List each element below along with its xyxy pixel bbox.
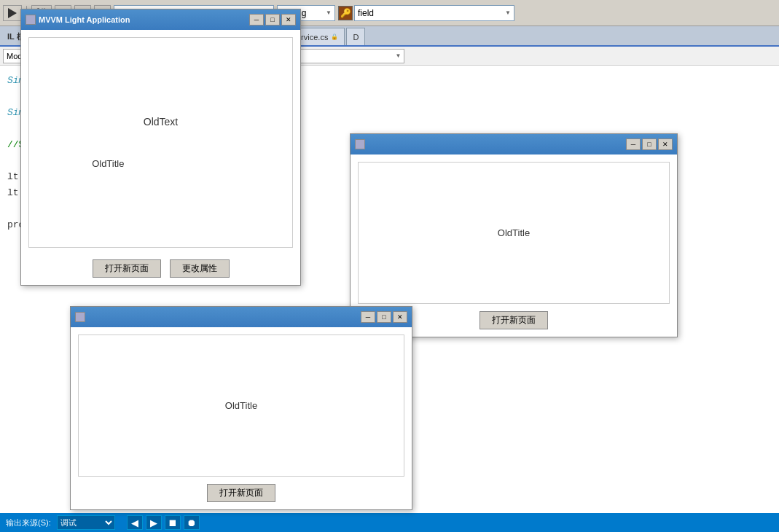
status-record[interactable]: ⏺ (184, 515, 200, 530)
tab-d-label: D (353, 33, 359, 42)
tab-d[interactable]: D (346, 28, 365, 45)
play-button[interactable] (3, 5, 22, 21)
main-window: MVVM Light Application ─ □ ✕ OldText Old… (20, 9, 301, 286)
second-window-inner: OldTitle (358, 162, 670, 304)
main-old-text-area: OldText (144, 116, 178, 128)
third-window-icon (75, 312, 85, 322)
main-window-close[interactable]: ✕ (281, 14, 296, 26)
status-bar: 输出来源(S): 调试 ◀ ▶ ⏹ ⏺ (0, 513, 779, 532)
field-dropdown-arrow: ▼ (505, 9, 511, 16)
main-window-maximize[interactable]: □ (265, 14, 280, 26)
tab-dataservice-lock: 🔒 (331, 34, 338, 40)
third-window-minimize[interactable]: ─ (361, 311, 375, 323)
main-window-minimize[interactable]: ─ (249, 14, 264, 26)
second-window-minimize[interactable]: ─ (626, 138, 641, 150)
second-window-titlebar[interactable]: ─ □ ✕ (351, 134, 677, 154)
field-icon: 🔑 (338, 6, 353, 20)
main-old-title: OldTitle (92, 158, 124, 169)
status-stop[interactable]: ⏹ (165, 515, 181, 530)
third-window-controls: ─ □ ✕ (361, 311, 407, 323)
third-window-body: OldTitle 打开新页面 (71, 327, 412, 509)
second-window-controls: ─ □ ✕ (626, 138, 673, 150)
status-source-select[interactable]: 调试 (57, 515, 115, 530)
status-source-label: 输出来源(S): (6, 517, 51, 528)
third-window: ─ □ ✕ OldTitle 打开新页面 (70, 306, 412, 510)
third-window-maximize[interactable]: □ (377, 311, 391, 323)
main-window-body: OldText OldTitle 打开新页面 更改属性 (21, 30, 300, 285)
status-nav-next[interactable]: ▶ (146, 515, 162, 530)
second-window-close[interactable]: ✕ (658, 138, 673, 150)
main-window-inner: OldText OldTitle (28, 37, 293, 248)
main-window-buttons: 打开新页面 更改属性 (93, 254, 230, 278)
field-label: field (358, 8, 374, 18)
third-btn-new-page[interactable]: 打开新页面 (207, 484, 275, 502)
third-old-title: OldTitle (225, 400, 257, 411)
main-window-titlebar[interactable]: MVVM Light Application ─ □ ✕ (21, 9, 300, 30)
play-icon (8, 8, 17, 18)
third-window-titlebar[interactable]: ─ □ ✕ (71, 307, 412, 327)
second-btn-new-page[interactable]: 打开新页面 (479, 311, 548, 329)
main-window-title: MVVM Light Application (39, 15, 130, 24)
second-window-icon (355, 139, 365, 149)
second-window-title-area (355, 139, 365, 149)
debug-dropdown-arrow: ▼ (326, 9, 332, 16)
main-window-title-area: MVVM Light Application (26, 15, 130, 25)
main-window-icon (26, 15, 36, 25)
main-old-title-area: OldTitle (92, 158, 124, 169)
main-btn-new-page[interactable]: 打开新页面 (93, 259, 161, 278)
field-dropdown[interactable]: field ▼ (354, 5, 514, 21)
second-window-maximize[interactable]: □ (642, 138, 657, 150)
status-nav-buttons: ◀ ▶ ⏹ ⏺ (127, 515, 200, 530)
method-dropdown-arrow: ▼ (395, 52, 401, 59)
third-window-title-area (75, 312, 85, 322)
status-nav-prev[interactable]: ◀ (127, 515, 143, 530)
main-btn-change[interactable]: 更改属性 (170, 259, 230, 278)
third-window-inner: OldTitle (78, 335, 404, 477)
second-old-title: OldTitle (498, 227, 530, 238)
third-window-close[interactable]: ✕ (393, 311, 407, 323)
main-old-text: OldText (144, 116, 178, 128)
main-window-controls: ─ □ ✕ (249, 14, 296, 26)
